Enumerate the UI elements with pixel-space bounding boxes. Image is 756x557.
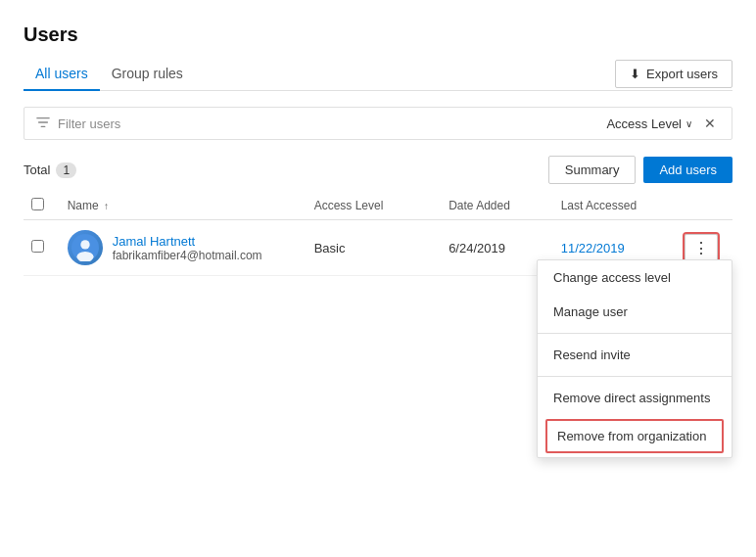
resend-invite-item[interactable]: Resend invite (538, 338, 732, 372)
name-column-header: Name (68, 199, 99, 212)
user-email: fabrikamfiber4@hotmail.com (113, 249, 262, 262)
table-row: Jamal Hartnett fabrikamfiber4@hotmail.co… (24, 220, 732, 276)
select-all-checkbox[interactable] (31, 198, 44, 210)
add-users-button[interactable]: Add users (643, 157, 732, 183)
total-section: Total 1 (24, 162, 76, 178)
toolbar: Total 1 Summary Add users (24, 156, 732, 184)
export-users-button[interactable]: ⬇ Export users (615, 60, 732, 88)
change-access-level-item[interactable]: Change access level (538, 260, 732, 295)
access-level-filter[interactable]: Access Level ∨ (606, 116, 692, 131)
filter-bar: Filter users Access Level ∨ ✕ (24, 107, 732, 140)
total-count-badge: 1 (56, 162, 76, 178)
tab-all-users[interactable]: All users (24, 58, 100, 91)
svg-point-1 (80, 240, 89, 249)
filter-placeholder[interactable]: Filter users (58, 116, 120, 131)
remove-from-organization-item[interactable]: Remove from organization (545, 419, 724, 453)
summary-button[interactable]: Summary (548, 156, 637, 184)
export-icon: ⬇ (630, 67, 640, 81)
chevron-down-icon: ∨ (685, 118, 692, 129)
access-level-column-header: Access Level (314, 199, 384, 212)
access-level-label: Access Level (606, 116, 682, 131)
page-title: Users (24, 23, 732, 46)
sort-asc-icon: ↑ (104, 201, 109, 211)
menu-divider-2 (538, 376, 732, 377)
last-accessed-column-header: Last Accessed (561, 199, 637, 212)
last-accessed-value: 11/22/2019 (561, 241, 625, 255)
total-text: Total (24, 162, 50, 177)
access-level-value: Basic (314, 241, 346, 255)
export-label: Export users (646, 67, 718, 81)
menu-divider-1 (538, 333, 732, 334)
user-info: Jamal Hartnett fabrikamfiber4@hotmail.co… (113, 234, 262, 262)
users-table: Name ↑ Access Level Date Added Last Acce… (24, 192, 732, 276)
tab-group-rules[interactable]: Group rules (100, 58, 195, 91)
filter-icon (36, 116, 50, 132)
user-name[interactable]: Jamal Hartnett (113, 234, 262, 249)
date-added-value: 6/24/2019 (449, 241, 505, 255)
row-checkbox[interactable] (31, 240, 44, 253)
context-menu: Change access level Manage user Resend i… (537, 259, 732, 458)
avatar (68, 230, 103, 265)
manage-user-item[interactable]: Manage user (538, 295, 732, 329)
clear-filter-button[interactable]: ✕ (700, 114, 720, 133)
actions-cell: ⋮ Change access level Manage user Resend… (677, 220, 732, 276)
date-added-column-header: Date Added (449, 199, 510, 212)
user-cell: Jamal Hartnett fabrikamfiber4@hotmail.co… (68, 230, 299, 265)
remove-direct-assignments-item[interactable]: Remove direct assignments (538, 381, 732, 415)
row-more-button[interactable]: ⋮ (685, 234, 718, 262)
